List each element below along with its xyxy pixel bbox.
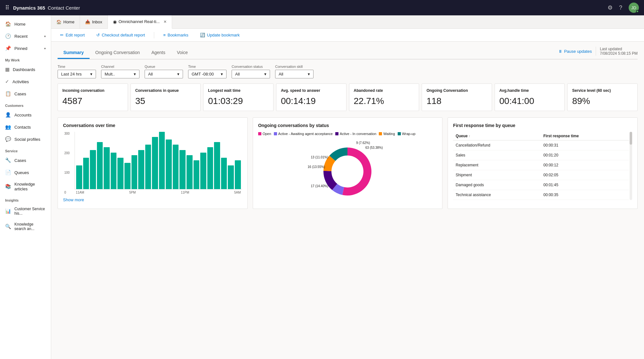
avatar[interactable]: JD	[629, 3, 639, 13]
sidebar-label-knowledge: Knowledge articles	[14, 182, 46, 191]
nav-voice[interactable]: Voice	[171, 47, 194, 58]
sidebar-item-knowledge-search[interactable]: 🔍 Knowledge search an...	[0, 219, 51, 234]
time-cell: 00:00:31	[541, 140, 629, 150]
filter-conv-status-select[interactable]: All ▾	[232, 70, 270, 78]
table-row: Technical assistance00:00:35	[453, 190, 629, 200]
queue-cell: Damaged goods	[453, 180, 541, 190]
tab-inbox-label: Inbox	[92, 20, 102, 24]
activities-icon: ✓	[5, 79, 9, 84]
nav-agents[interactable]: Agents	[146, 47, 171, 58]
nav-voice-label: Voice	[177, 50, 188, 55]
table-wrapper[interactable]: Queue ↑ First response time Cancellation…	[453, 132, 629, 200]
bar	[145, 145, 151, 189]
filter-channel-select[interactable]: Mult.. ▾	[101, 70, 139, 78]
kpi-value-wait-time: 01:03:29	[208, 96, 269, 106]
sidebar-item-home[interactable]: 🏠 Home	[0, 18, 51, 30]
sidebar-item-cases[interactable]: 📋 Cases	[0, 88, 51, 100]
waffle-icon[interactable]: ⠿	[5, 4, 9, 11]
bar	[159, 132, 165, 189]
sidebar-label-contacts: Contacts	[14, 125, 31, 130]
kpi-title-incoming: Incoming conversation	[62, 88, 123, 93]
tab-inbox[interactable]: 📥 Inbox	[80, 15, 108, 29]
ongoing-by-status-title: Ongoing conversations by status	[258, 123, 437, 128]
bar	[138, 150, 144, 189]
recent-chevron-icon: ▾	[44, 35, 46, 38]
checkout-report-button[interactable]: ↺ Checkout default report	[94, 31, 147, 39]
nav-ongoing[interactable]: Ongoing Conversation	[90, 47, 146, 58]
kpi-title-wait-time: Longest wait time	[208, 88, 269, 93]
bar	[90, 150, 96, 189]
bar-chart-y-labels: 300 200 100 0	[64, 132, 70, 194]
sidebar-item-knowledge[interactable]: 📚 Knowledge articles	[0, 179, 51, 195]
filter-timezone-chevron: ▾	[221, 72, 223, 76]
queues-icon: 📄	[5, 170, 11, 175]
tab-bar: 🏠 Home 📥 Inbox ◉ Omnichannel Real-ti... …	[51, 15, 644, 29]
nav-agents-label: Agents	[151, 50, 165, 55]
sidebar-item-service-cases[interactable]: 🔧 Cases	[0, 154, 51, 166]
bar	[152, 137, 158, 189]
sidebar-item-accounts[interactable]: 👤 Accounts	[0, 109, 51, 121]
home-icon: 🏠	[5, 21, 11, 27]
filter-timezone-select[interactable]: GMT -08:00 ▾	[188, 70, 227, 78]
social-icon: 💬	[5, 136, 11, 142]
sidebar-item-recent[interactable]: 🕐 Recent ▾	[0, 30, 51, 42]
sidebar-item-dashboards[interactable]: ▦ Dashboards	[0, 63, 51, 76]
filter-channel-label: Channel	[101, 65, 139, 68]
nav-summary[interactable]: Summary	[58, 47, 90, 58]
bar	[235, 160, 241, 189]
tab-omnichannel[interactable]: ◉ Omnichannel Real-ti... ✕	[108, 15, 172, 29]
sidebar-label-service-cases: Cases	[14, 158, 26, 163]
ongoing-by-status-card: Ongoing conversations by status OpenActi…	[253, 117, 443, 209]
filter-queue-label: Queue	[145, 65, 183, 68]
report-nav: Summary Ongoing Conversation Agents Voic…	[58, 47, 638, 60]
top-bar-actions: ⚙ ? JD	[608, 3, 639, 13]
sort-icon[interactable]: ↑	[469, 134, 470, 138]
sidebar-item-queues[interactable]: 📄 Queues	[0, 166, 51, 179]
tab-close-button[interactable]: ✕	[163, 20, 167, 24]
tab-home-label: Home	[63, 20, 75, 24]
queue-cell: Shipment	[453, 170, 541, 180]
sidebar-item-contacts[interactable]: 👥 Contacts	[0, 121, 51, 133]
accounts-icon: 👤	[5, 112, 11, 118]
sidebar-item-activities[interactable]: ✓ Activities	[0, 76, 51, 88]
kpi-card-ongoing: Ongoing Conversation 118	[422, 84, 492, 111]
nav-summary-label: Summary	[63, 50, 84, 55]
filter-time-select[interactable]: Last 24 hrs ▾	[58, 70, 96, 78]
bookmarks-button[interactable]: ≡ Bookmarks	[161, 31, 191, 39]
filter-conv-skill-select[interactable]: All ▾	[275, 70, 314, 78]
kpi-value-ongoing: 118	[426, 96, 487, 106]
kpi-card-handle-time: Avg.handle time 00:41:00	[495, 84, 565, 111]
sidebar-item-pinned[interactable]: 📌 Pinned ▾	[0, 42, 51, 54]
kpi-value-handle-time: 00:41:00	[499, 96, 560, 106]
tab-inbox-icon: 📥	[85, 20, 90, 24]
sidebar-item-social[interactable]: 💬 Social profiles	[0, 133, 51, 145]
update-bookmark-button[interactable]: 🔄 Update bookmark	[197, 31, 242, 39]
scrollbar[interactable]	[630, 132, 632, 200]
settings-icon[interactable]: ⚙	[608, 4, 613, 11]
table-row: Cancellation/Refund00:00:31	[453, 140, 629, 150]
filter-queue-select[interactable]: All ▾	[145, 70, 183, 78]
kpi-title-service-level: Service level (60 sec)	[572, 88, 633, 93]
bookmarks-icon: ≡	[163, 33, 166, 37]
sidebar: 🏠 Home 🕐 Recent ▾ 📌 Pinned ▾ My Work ▦ D…	[0, 15, 51, 359]
dashboards-icon: ▦	[5, 67, 10, 72]
kpi-value-speed-answer: 00:14:19	[281, 96, 342, 106]
filter-channel-chevron: ▾	[134, 72, 136, 76]
legend-item-active-in-conv: Active - In conversation	[335, 132, 376, 136]
filters-row: Time Last 24 hrs ▾ Channel Mult.. ▾ Queu…	[58, 65, 638, 78]
table-row: Damaged goods00:01:45	[453, 180, 629, 190]
filter-conv-status-label: Conversation status	[232, 65, 270, 68]
table-row: Replacement00:00:12	[453, 160, 629, 170]
kpi-card-abandoned: Abandoned rate 22.71%	[349, 84, 419, 111]
sidebar-item-cs-history[interactable]: 📊 Customer Service his...	[0, 203, 51, 219]
help-icon[interactable]: ?	[619, 4, 622, 11]
bar	[104, 147, 110, 189]
kpi-value-abandoned: 22.71%	[354, 96, 415, 106]
queue-cell: Technical assistance	[453, 190, 541, 200]
show-more-button[interactable]: Show more	[63, 197, 84, 202]
pause-updates-button[interactable]: ⏸ Pause updates	[558, 49, 592, 54]
filter-conv-skill-label: Conversation skill	[275, 65, 314, 68]
tab-home[interactable]: 🏠 Home	[51, 15, 80, 29]
filter-queue-chevron: ▾	[177, 72, 179, 76]
edit-report-button[interactable]: ✏ Edit report	[58, 31, 87, 39]
